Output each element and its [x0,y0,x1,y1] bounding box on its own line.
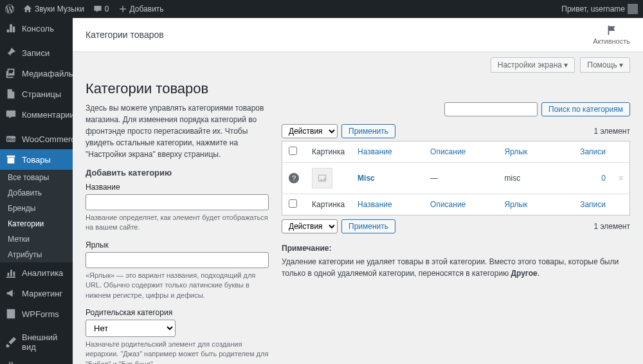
note-block: Примечание: Удаление категории не удаляе… [282,242,630,279]
col-image-head: Картинка [305,141,351,163]
parent-select[interactable]: Нет [86,320,176,337]
menu-comments[interactable]: Комментарии [0,104,73,125]
wordpress-icon [5,5,14,14]
col-slug-foot[interactable]: Ярлык [505,200,528,209]
col-desc-foot[interactable]: Описание [430,200,466,209]
submenu-brands[interactable]: Бренды [0,201,73,216]
page-header-bar: Категории товаров Активность [73,18,643,52]
page-title: Категории товаров [86,80,630,97]
megaphone-icon [5,287,17,299]
woo-icon: Woo [5,133,17,145]
add-category-heading: Добавить категорию [86,168,269,177]
bulk-actions-select-bottom[interactable]: Действия [282,219,338,233]
site-link[interactable]: Звуки Музыки [23,5,84,14]
menu-pages[interactable]: Страницы [0,84,73,104]
slug-label: Ярлык [86,241,269,250]
apply-button-top[interactable]: Применить [341,124,395,138]
form-column: Здесь вы можете управлять категориями то… [86,102,269,364]
bulk-actions-select-top[interactable]: Действия [282,124,338,138]
table-row: ? Misc — misc 0 ≡ [282,163,630,194]
brush-icon [5,336,17,348]
plus-icon [118,5,127,14]
row-name-link[interactable]: Misc [358,174,375,183]
drag-handle-icon[interactable]: ≡ [619,174,623,183]
submenu-categories[interactable]: Категории [0,216,73,232]
search-input[interactable] [444,102,538,116]
row-slug: misc [498,163,554,194]
main-content: Категории товаров Активность Настройки э… [73,18,643,364]
submenu-attributes[interactable]: Атрибуты [0,247,73,262]
menu-woocommerce[interactable]: WooWooCommerce [0,129,73,149]
col-slug-head[interactable]: Ярлык [505,147,528,156]
avatar [628,4,638,14]
submenu-all-products[interactable]: Все товары [0,170,73,185]
col-count-head[interactable]: Записи [580,147,606,156]
activity-button[interactable]: Активность [593,24,630,45]
slug-desc: «Ярлык» — это вариант названия, подходящ… [86,271,269,300]
archive-icon [5,154,17,165]
submenu-add[interactable]: Добавить [0,185,73,201]
home-icon [23,5,32,14]
flag-icon [606,24,617,36]
row-count-link[interactable]: 0 [559,174,606,183]
menu-posts[interactable]: Записи [0,42,73,63]
page-icon [5,88,17,100]
svg-text:Woo: Woo [6,137,15,141]
categories-table: Картинка Название Описание Ярлык Записи … [282,141,630,215]
menu-media[interactable]: Медиафайлы [0,63,73,84]
add-new-link[interactable]: Добавить [118,5,164,14]
name-label: Название [86,183,269,192]
comment-icon [5,109,17,120]
name-desc: Название определяет, как элемент будет о… [86,213,269,233]
submenu-products: Все товары Добавить Бренды Категории Мет… [0,170,73,262]
menu-appearance[interactable]: Внешний вид [0,328,73,356]
parent-desc: Назначьте родительский элемент для созда… [86,340,269,364]
col-desc-head[interactable]: Описание [430,147,466,156]
menu-plugins[interactable]: Плагины [0,356,73,364]
col-image-foot: Картинка [305,194,351,215]
help-tab[interactable]: Помощь ▾ [580,57,630,73]
select-all-bottom[interactable] [289,199,297,208]
pin-icon [5,47,17,59]
admin-sidebar: Консоль Записи Медиафайлы Страницы Комме… [0,18,73,364]
select-all-top[interactable] [289,147,297,155]
menu-marketing[interactable]: Маркетинг [0,283,73,304]
col-count-foot[interactable]: Записи [580,200,606,209]
screen-options-tab[interactable]: Настройки экрана ▾ [491,57,575,73]
user-greeting[interactable]: Привет, username [561,4,638,14]
comments-link[interactable]: 0 [93,5,109,14]
menu-wpforms[interactable]: WPForms [0,304,73,324]
parent-label: Родительская категория [86,308,269,317]
header-title: Категории товаров [86,30,164,40]
media-icon [5,68,17,79]
col-name-head[interactable]: Название [358,147,392,156]
menu-analytics[interactable]: Аналитика [0,262,73,283]
items-count-bottom: 1 элемент [593,222,630,231]
chart-icon [5,267,17,278]
name-input[interactable] [86,194,269,210]
image-icon [317,173,327,183]
admin-toolbar: Звуки Музыки 0 Добавить Привет, username [0,0,643,18]
comment-icon [93,5,102,14]
items-count-top: 1 элемент [593,127,630,136]
form-icon [5,308,17,320]
table-column: Поиск по категориям Действия Применить 1… [282,102,630,364]
search-button[interactable]: Поиск по категориям [541,102,630,116]
col-name-foot[interactable]: Название [358,200,392,209]
dashboard-icon [5,23,17,34]
intro-text: Здесь вы можете управлять категориями то… [86,102,269,160]
wp-logo[interactable] [5,5,14,14]
menu-products[interactable]: Товары [0,149,73,170]
apply-button-bottom[interactable]: Применить [341,219,395,233]
slug-input[interactable] [86,252,269,268]
help-badge[interactable]: ? [289,173,299,183]
menu-dashboard[interactable]: Консоль [0,18,73,39]
thumbnail-placeholder [312,168,332,188]
plugin-icon [5,361,17,364]
submenu-tags[interactable]: Метки [0,232,73,247]
row-desc: — [424,163,498,194]
